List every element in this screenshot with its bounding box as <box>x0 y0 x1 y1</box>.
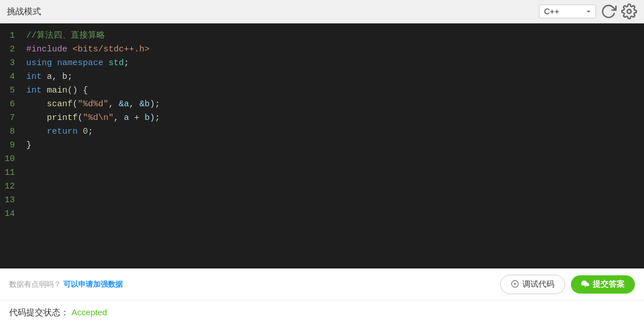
line-content: //算法四、直接算略 <box>24 29 644 43</box>
line-number: 1 <box>0 29 24 43</box>
line-content: int main() { <box>24 84 644 98</box>
submit-label: 提交答案 <box>593 279 625 290</box>
line-content: #include <bits/stdc++.h> <box>24 43 644 57</box>
code-line-empty-1: 10 <box>0 153 644 166</box>
top-bar: 挑战模式 C++ C Java Python3 Go <box>0 0 644 23</box>
line-content: printf("%d\n", a + b); <box>24 111 644 125</box>
line-number: 2 <box>0 43 24 57</box>
line-number: 9 <box>0 139 24 153</box>
language-select[interactable]: C++ C Java Python3 Go <box>539 5 596 18</box>
line-number: 7 <box>0 111 24 125</box>
strengthen-data-link[interactable]: 可以申请加强数据 <box>63 280 123 288</box>
code-line-empty-2: 11 <box>0 166 644 180</box>
line-number: 6 <box>0 98 24 111</box>
code-line-empty-3: 12 <box>0 180 644 194</box>
status-label: 代码提交状态： <box>9 307 69 317</box>
refresh-icon <box>601 3 617 19</box>
code-line-6: 6 scanf("%d%d", &a, &b); <box>0 98 644 111</box>
line-number: 3 <box>0 57 24 70</box>
refresh-button[interactable] <box>601 3 617 19</box>
settings-icon <box>621 3 637 19</box>
code-line-4: 4 int a, b; <box>0 70 644 84</box>
code-table: 1 //算法四、直接算略 2 #include <bits/stdc++.h> … <box>0 29 644 221</box>
svg-point-0 <box>627 10 631 14</box>
svg-marker-2 <box>514 282 517 285</box>
submit-upload-icon <box>581 280 589 290</box>
code-editor[interactable]: 1 //算法四、直接算略 2 #include <bits/stdc++.h> … <box>0 23 644 268</box>
code-line-2: 2 #include <bits/stdc++.h> <box>0 43 644 57</box>
line-content: int a, b; <box>24 70 644 84</box>
status-bar: 代码提交状态： Accepted <box>0 300 644 325</box>
line-content: using namespace std; <box>24 57 644 70</box>
action-bar: 数据有点弱吗？ 可以申请加强数据 调试代码 <box>0 268 644 300</box>
line-content: return 0; <box>24 125 644 139</box>
weak-data-prefix: 数据有点弱吗？ <box>9 280 61 288</box>
strengthen-data-bold: 强数据 <box>100 280 123 288</box>
debug-play-icon <box>511 280 519 290</box>
code-line-empty-5: 14 <box>0 207 644 221</box>
code-line-8: 8 return 0; <box>0 125 644 139</box>
page-title: 挑战模式 <box>7 6 41 17</box>
line-number: 4 <box>0 70 24 84</box>
debug-label: 调试代码 <box>522 279 554 290</box>
line-content: scanf("%d%d", &a, &b); <box>24 98 644 111</box>
action-buttons: 调试代码 提交答案 <box>500 275 635 294</box>
submit-button[interactable]: 提交答案 <box>571 275 635 294</box>
code-line-1: 1 //算法四、直接算略 <box>0 29 644 43</box>
code-line-9: 9 } <box>0 139 644 153</box>
line-content: } <box>24 139 644 153</box>
settings-button[interactable] <box>621 3 637 19</box>
code-line-3: 3 using namespace std; <box>0 57 644 70</box>
top-bar-actions: C++ C Java Python3 Go <box>539 3 637 19</box>
debug-button[interactable]: 调试代码 <box>500 275 565 294</box>
code-line-5: 5 int main() { <box>0 84 644 98</box>
line-number: 5 <box>0 84 24 98</box>
weak-data-notice: 数据有点弱吗？ 可以申请加强数据 <box>9 279 123 290</box>
code-line-empty-4: 13 <box>0 194 644 207</box>
line-number: 8 <box>0 125 24 139</box>
code-line-7: 7 printf("%d\n", a + b); <box>0 111 644 125</box>
page-container: 挑战模式 C++ C Java Python3 Go <box>0 0 644 325</box>
status-value: Accepted <box>71 307 107 317</box>
